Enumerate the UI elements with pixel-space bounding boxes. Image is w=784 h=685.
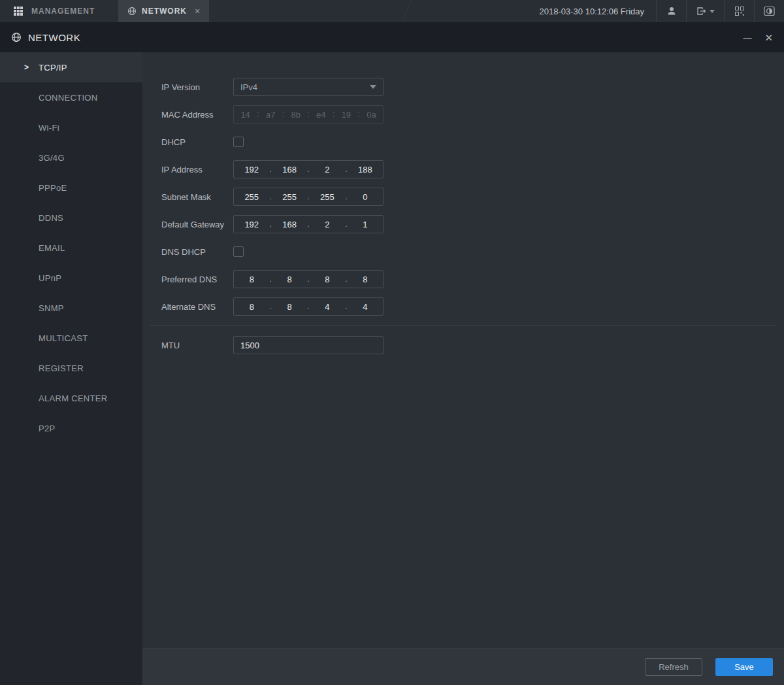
octet-value[interactable]: 2: [310, 220, 346, 229]
sidebar-item-multicast[interactable]: MULTICAST: [0, 323, 142, 353]
save-button[interactable]: Save: [715, 658, 773, 676]
top-bar: MANAGEMENT NETWORK × 2018-03-30 10:12:06…: [0, 0, 784, 22]
dns-dhcp-checkbox[interactable]: [233, 246, 244, 257]
alternate-dns-field[interactable]: 8.8.4.4: [233, 297, 384, 316]
preferred-dns-row: Preferred DNS 8.8.8.8: [161, 270, 774, 288]
sidebar-item-email[interactable]: EMAIL: [0, 233, 142, 263]
user-account-button[interactable]: [656, 0, 686, 22]
octet-value[interactable]: 4: [348, 302, 384, 312]
grid-icon: [13, 6, 24, 16]
octet-value[interactable]: 8: [310, 275, 346, 284]
display-contrast-icon: [764, 6, 775, 16]
management-label: MANAGEMENT: [31, 7, 95, 16]
octet-value[interactable]: 0: [348, 192, 384, 202]
octet-value[interactable]: 2: [310, 165, 346, 175]
octet-value[interactable]: 14: [234, 110, 257, 120]
octet-value[interactable]: 8: [234, 275, 270, 284]
sidebar-item-label: DDNS: [39, 213, 63, 223]
alternate-dns-row: Alternate DNS 8.8.4.4: [161, 297, 774, 316]
subnet-mask-field[interactable]: 255.255.255.0: [233, 188, 384, 206]
sidebar-item-label: MULTICAST: [39, 333, 88, 343]
close-icon[interactable]: ✕: [764, 33, 773, 42]
logout-button[interactable]: [686, 0, 724, 22]
octet-value[interactable]: 4: [310, 302, 346, 312]
ip-version-label: IP Version: [161, 82, 233, 92]
octet-value[interactable]: 188: [348, 165, 384, 175]
octet-value[interactable]: 192: [234, 165, 270, 175]
octet-value[interactable]: 1: [348, 220, 384, 229]
section-divider: [150, 325, 776, 326]
sidebar-item-ddns[interactable]: DDNS: [0, 203, 142, 233]
octet-value[interactable]: 8: [272, 275, 308, 284]
globe-icon: [11, 32, 22, 42]
logout-icon: [696, 6, 706, 16]
topbar-divider: [402, 0, 412, 22]
sidebar-item-connection[interactable]: CONNECTION: [0, 82, 142, 112]
mtu-input[interactable]: 1500: [233, 336, 384, 354]
mtu-value: 1500: [240, 341, 259, 350]
sidebar-item-pppoe[interactable]: PPPoE: [0, 173, 142, 203]
tab-network[interactable]: NETWORK ×: [118, 0, 209, 22]
preferred-dns-label: Preferred DNS: [161, 275, 233, 284]
default-gateway-field[interactable]: 192.168.2.1: [233, 215, 384, 233]
sidebar-item-label: PPPoE: [39, 183, 67, 193]
subnet-mask-row: Subnet Mask 255.255.255.0: [161, 188, 774, 206]
sidebar-item-register[interactable]: REGISTER: [0, 353, 142, 383]
user-icon: [666, 6, 677, 16]
sidebar-item-alarm-center[interactable]: ALARM CENTER: [0, 383, 142, 413]
octet-value[interactable]: e4: [310, 110, 333, 120]
dhcp-checkbox[interactable]: [233, 137, 244, 147]
page-title: NETWORK: [28, 32, 80, 43]
octet-value[interactable]: 168: [272, 220, 308, 229]
management-menu[interactable]: MANAGEMENT: [0, 0, 118, 22]
sidebar-item-label: CONNECTION: [39, 93, 97, 103]
mtu-label: MTU: [161, 341, 233, 350]
dhcp-label: DHCP: [161, 137, 233, 147]
tab-network-label: NETWORK: [142, 7, 187, 16]
octet-value[interactable]: 19: [335, 110, 357, 120]
ip-address-label: IP Address: [161, 165, 233, 175]
ip-version-value: IPv4: [240, 82, 257, 92]
qr-code-button[interactable]: [724, 0, 754, 22]
ip-address-field[interactable]: 192.168.2.188: [233, 160, 384, 178]
sidebar-item-label: ALARM CENTER: [39, 393, 107, 403]
sidebar-item-wi-fi[interactable]: Wi-Fi: [0, 112, 142, 142]
sidebar-item-snmp[interactable]: SNMP: [0, 293, 142, 323]
active-item-arrow-icon: >: [24, 63, 29, 72]
preferred-dns-field[interactable]: 8.8.8.8: [233, 270, 384, 288]
dns-dhcp-row: DNS DHCP: [161, 242, 774, 261]
octet-value[interactable]: 255: [272, 192, 308, 202]
mac-address-label: MAC Address: [161, 110, 233, 120]
main-panel: IP Version IPv4 MAC Address 14:a7:8b:e4:…: [142, 52, 784, 685]
sidebar-item-upnp[interactable]: UPnP: [0, 263, 142, 293]
sidebar-item-label: SNMP: [39, 303, 64, 313]
octet-value[interactable]: 8: [234, 302, 270, 312]
sidebar-item-label: EMAIL: [39, 243, 65, 253]
mtu-row: MTU 1500: [161, 336, 774, 354]
octet-value[interactable]: a7: [259, 110, 282, 120]
mac-address-row: MAC Address 14:a7:8b:e4:19:0a: [161, 105, 774, 124]
mac-address-field: 14:a7:8b:e4:19:0a: [233, 105, 384, 124]
octet-value[interactable]: 8b: [284, 110, 307, 120]
sidebar-item-label: P2P: [39, 424, 55, 433]
sidebar-item-tcp-ip[interactable]: >TCP/IP: [0, 52, 142, 82]
octet-value[interactable]: 192: [234, 220, 270, 229]
ip-version-select[interactable]: IPv4: [233, 78, 384, 96]
sidebar-item-p2p[interactable]: P2P: [0, 413, 142, 443]
subnet-mask-label: Subnet Mask: [161, 192, 233, 202]
octet-value[interactable]: 8: [348, 275, 384, 284]
octet-value[interactable]: 8: [272, 302, 308, 312]
tcpip-form: IP Version IPv4 MAC Address 14:a7:8b:e4:…: [142, 52, 784, 648]
octet-value[interactable]: 255: [310, 192, 346, 202]
sidebar: >TCP/IPCONNECTIONWi-Fi3G/4GPPPoEDDNSEMAI…: [0, 52, 142, 685]
refresh-button[interactable]: Refresh: [645, 658, 702, 676]
display-settings-button[interactable]: [754, 0, 784, 22]
minimize-icon[interactable]: —: [743, 33, 751, 42]
datetime-display: 2018-03-30 10:12:06 Friday: [528, 0, 656, 22]
octet-value[interactable]: 168: [272, 165, 308, 175]
octet-value[interactable]: 0a: [360, 110, 383, 120]
sidebar-item-label: TCP/IP: [39, 63, 67, 73]
octet-value[interactable]: 255: [234, 192, 270, 202]
sidebar-item-3g-4g[interactable]: 3G/4G: [0, 142, 142, 173]
tab-close-icon[interactable]: ×: [195, 6, 200, 16]
